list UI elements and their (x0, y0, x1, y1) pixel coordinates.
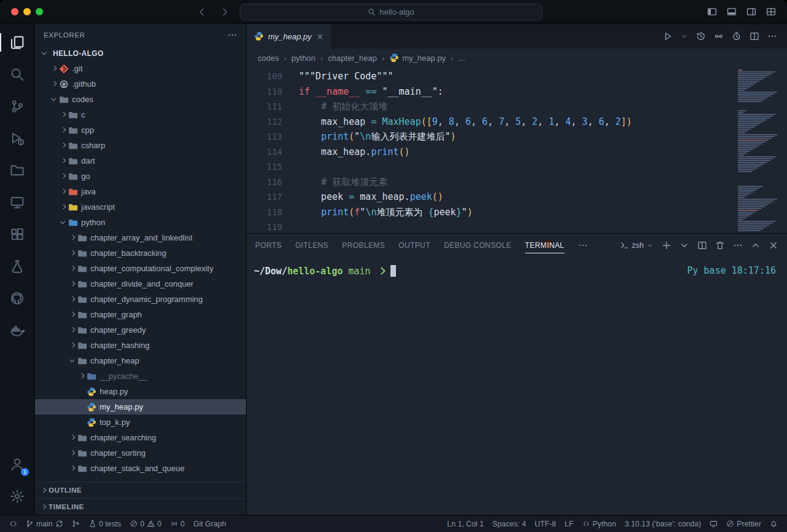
activity-item-testing[interactable] (0, 250, 34, 282)
section-outline[interactable]: OUTLINE (35, 482, 246, 498)
split-terminal-icon[interactable] (697, 240, 707, 250)
tree-item-chapter_searching[interactable]: chapter_searching (35, 430, 246, 445)
kill-terminal-icon[interactable] (715, 240, 725, 250)
tree-item-cpp[interactable]: cpp (35, 122, 246, 138)
breadcrumb-item-codes[interactable]: codes (258, 54, 279, 63)
status-remote-indicator[interactable] (5, 515, 22, 532)
tree-item-__pycache__[interactable]: __pycache__ (35, 368, 246, 384)
timeline-icon[interactable] (696, 31, 706, 41)
section-timeline[interactable]: TIMELINE (35, 498, 246, 515)
status-eol[interactable]: LF (560, 515, 577, 532)
tab-my-heap-py[interactable]: my_heap.py (247, 24, 332, 49)
more-actions-icon[interactable] (767, 31, 777, 41)
status-git-graph-view[interactable] (68, 515, 84, 532)
breadcrumb-item-chapter-heap[interactable]: chapter_heap (328, 54, 377, 63)
minimap[interactable] (738, 69, 782, 231)
tree-item-c[interactable]: c (35, 107, 246, 122)
tree-item-chapter_stack_and_queue[interactable]: chapter_stack_and_queue (35, 461, 246, 476)
toggle-panel-icon[interactable] (727, 7, 737, 17)
command-center-search[interactable]: hello-algo (240, 4, 542, 20)
status-indentation[interactable]: Spaces: 4 (488, 515, 531, 532)
new-terminal-icon[interactable] (662, 240, 671, 250)
tree-item-codes[interactable]: codes (35, 92, 246, 107)
open-changes-icon[interactable] (714, 31, 724, 41)
breadcrumb-item-my-heap-py[interactable]: my_heap.py (389, 53, 446, 63)
panel-tab-debug-console[interactable]: DEBUG CONSOLE (444, 234, 512, 257)
tree-item-.git[interactable]: .git (35, 61, 246, 76)
panel-tabs-more-icon[interactable] (578, 240, 588, 250)
tree-item-chapter_dynamic_programming[interactable]: chapter_dynamic_programming (35, 292, 246, 307)
tree-item-chapter_sorting[interactable]: chapter_sorting (35, 445, 246, 461)
panel-tab-ports[interactable]: PORTS (255, 234, 282, 257)
activity-item-file-folder[interactable] (0, 154, 34, 186)
run-icon[interactable] (663, 31, 673, 41)
split-editor-icon[interactable] (749, 31, 759, 41)
status-branch-status[interactable]: main (22, 515, 68, 532)
forward-arrow-icon[interactable] (219, 7, 230, 17)
tree-item-chapter_computational_complexity[interactable]: chapter_computational_complexity (35, 261, 246, 276)
status-language-mode[interactable]: Python (578, 515, 620, 532)
status-prettier[interactable]: Prettier (722, 515, 765, 532)
breadcrumb-item-python[interactable]: python (291, 54, 315, 63)
status-remote-screen[interactable] (705, 515, 722, 532)
tree-item-chapter_array_and_linkedlist[interactable]: chapter_array_and_linkedlist (35, 230, 246, 245)
run-profile-icon[interactable] (732, 31, 742, 41)
tree-item-chapter_graph[interactable]: chapter_graph (35, 307, 246, 322)
activity-item-extensions[interactable] (0, 218, 34, 250)
breadcrumb-item--[interactable]: ... (458, 54, 465, 63)
close-panel-icon[interactable] (769, 240, 778, 250)
status-notifications[interactable] (765, 515, 782, 532)
activity-item-docker[interactable] (0, 314, 34, 346)
tree-item-dart[interactable]: dart (35, 153, 246, 169)
tree-item-csharp[interactable]: csharp (35, 138, 246, 153)
close-window-button[interactable] (11, 8, 18, 15)
maximize-panel-icon[interactable] (751, 240, 761, 250)
activity-item-settings[interactable] (0, 480, 34, 512)
toggle-secondary-sidebar-icon[interactable] (746, 7, 756, 17)
toggle-primary-sidebar-icon[interactable] (707, 7, 717, 17)
activity-item-accounts[interactable]: 1 (0, 448, 34, 480)
status-problems[interactable]: 00 (125, 515, 166, 532)
activity-item-source-control[interactable] (0, 90, 34, 122)
tree-item-chapter_heap[interactable]: chapter_heap (35, 353, 246, 368)
explorer-more-actions-icon[interactable] (227, 30, 237, 40)
tree-item-java[interactable]: java (35, 184, 246, 199)
tree-item-top_k.py[interactable]: top_k.py (35, 415, 246, 430)
tree-item-my_heap.py[interactable]: my_heap.py (35, 399, 246, 415)
activity-item-remote-explorer[interactable] (0, 186, 34, 218)
tree-item-chapter_backtracking[interactable]: chapter_backtracking (35, 245, 246, 261)
tree-item-python[interactable]: python (35, 215, 246, 230)
activity-item-search[interactable] (0, 58, 34, 90)
status-python-interpreter[interactable]: 3.10.13 ('base': conda) (620, 515, 705, 532)
status-cursor-position[interactable]: Ln 1, Col 1 (443, 515, 488, 532)
minimize-window-button[interactable] (23, 8, 31, 15)
panel-tab-terminal[interactable]: TERMINAL (525, 234, 564, 257)
customize-layout-icon[interactable] (766, 7, 776, 17)
tree-item-chapter_hashing[interactable]: chapter_hashing (35, 338, 246, 353)
status-git-graph[interactable]: Git Graph (189, 515, 230, 532)
tree-item-javascript[interactable]: javascript (35, 199, 246, 215)
panel-tab-output[interactable]: OUTPUT (398, 234, 430, 257)
tree-item-HELLO-ALGO[interactable]: HELLO-ALGO (35, 46, 246, 61)
tree-item-chapter_divide_and_conquer[interactable]: chapter_divide_and_conquer (35, 276, 246, 292)
status-encoding[interactable]: UTF-8 (531, 515, 561, 532)
activity-item-explorer[interactable] (0, 26, 34, 58)
code-editor[interactable]: 109"""Driver Code"""110if __name__ == "_… (247, 67, 787, 233)
tree-item-chapter_greedy[interactable]: chapter_greedy (35, 322, 246, 338)
status-ports[interactable]: 0 (166, 515, 189, 532)
terminal-profile-dropdown-icon[interactable] (679, 240, 689, 250)
run-dropdown-icon[interactable] (681, 33, 688, 40)
activity-item-run-debug[interactable] (0, 122, 34, 154)
back-arrow-icon[interactable] (197, 7, 207, 17)
close-tab-icon[interactable] (316, 33, 324, 41)
status-tests[interactable]: 0 tests (84, 515, 125, 532)
panel-tab-gitlens[interactable]: GITLENS (295, 234, 328, 257)
tree-item-heap.py[interactable]: heap.py (35, 384, 246, 399)
tree-item-.github[interactable]: .github (35, 76, 246, 92)
more-actions-icon[interactable] (733, 240, 743, 250)
panel-tab-problems[interactable]: PROBLEMS (342, 234, 385, 257)
shell-selector[interactable]: zsh (620, 241, 654, 250)
terminal[interactable]: ~/Dow/hello-algo main Py base 18:17:16 (247, 257, 787, 515)
zoom-window-button[interactable] (36, 8, 43, 15)
activity-item-github[interactable] (0, 282, 34, 314)
